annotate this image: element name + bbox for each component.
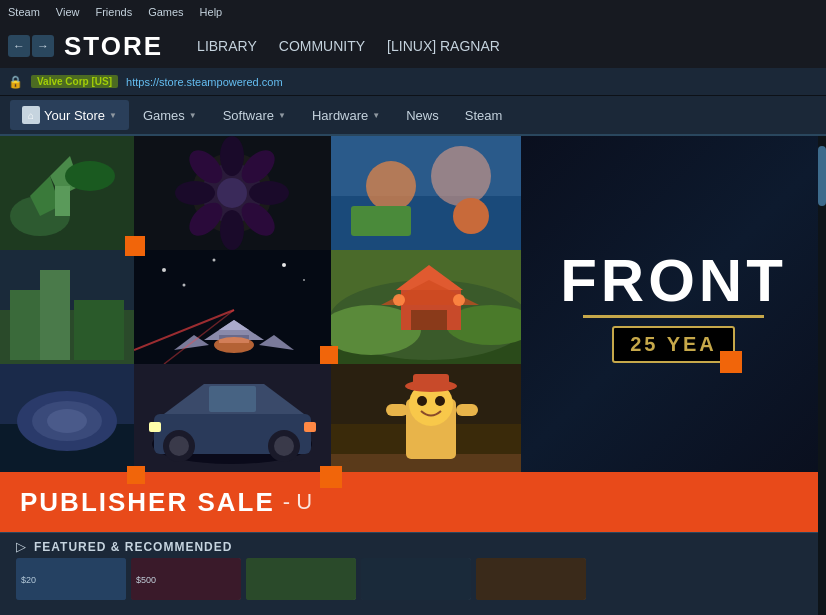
publisher-sale-suffix: - U — [283, 489, 312, 515]
svg-rect-67 — [411, 310, 447, 330]
svg-point-50 — [183, 284, 186, 287]
svg-point-46 — [162, 268, 166, 272]
nav-software[interactable]: Software ▼ — [211, 102, 298, 129]
svg-point-21 — [431, 146, 491, 206]
nav-arrows: ← → — [8, 35, 54, 57]
tile-1[interactable] — [0, 136, 134, 250]
tile-11[interactable] — [0, 364, 134, 478]
nav-community[interactable]: COMMUNITY — [269, 34, 375, 58]
store-badge: Valve Corp [US] — [31, 75, 118, 88]
svg-point-49 — [303, 279, 305, 281]
svg-point-9 — [220, 136, 244, 176]
orange-accent-3 — [720, 351, 742, 373]
your-store-label: Your Store — [44, 108, 105, 123]
address-bar: 🔒 Valve Corp [US] https://store.steampow… — [0, 68, 826, 96]
svg-rect-110 — [304, 422, 316, 432]
svg-point-119 — [417, 396, 427, 406]
svg-text:$500: $500 — [136, 575, 156, 585]
orange-accent-2 — [320, 346, 338, 364]
forward-button[interactable]: → — [32, 35, 54, 57]
games-chevron: ▼ — [189, 111, 197, 120]
lock-icon: 🔒 — [8, 75, 23, 89]
tile-12[interactable] — [134, 364, 331, 478]
software-label: Software — [223, 108, 274, 123]
svg-point-99 — [47, 409, 87, 433]
menu-friends[interactable]: Friends — [95, 6, 132, 18]
menu-view[interactable]: View — [56, 6, 80, 18]
svg-rect-111 — [149, 422, 161, 432]
svg-rect-144 — [246, 558, 356, 600]
frontier-logo-area: FRONT 25 YEA — [545, 236, 802, 378]
svg-rect-43 — [74, 300, 124, 360]
nav-links: LIBRARY COMMUNITY [LINUX] RAGNAR — [187, 34, 510, 58]
nav-games[interactable]: Games ▼ — [131, 102, 209, 129]
svg-point-48 — [282, 263, 286, 267]
nav-your-store[interactable]: ⌂ Your Store ▼ — [10, 100, 129, 130]
featured-card-4[interactable] — [361, 558, 471, 600]
menu-steam[interactable]: Steam — [8, 6, 40, 18]
back-button[interactable]: ← — [8, 35, 30, 57]
svg-point-20 — [366, 161, 416, 211]
svg-point-17 — [217, 178, 247, 208]
featured-card-5[interactable] — [476, 558, 586, 600]
store-home-icon: ⌂ — [22, 106, 40, 124]
tile-7[interactable] — [134, 250, 331, 364]
nav-hardware[interactable]: Hardware ▼ — [300, 102, 392, 129]
svg-point-47 — [213, 259, 216, 262]
svg-point-69 — [453, 294, 465, 306]
svg-rect-4 — [55, 186, 70, 216]
scroll-thumb[interactable] — [818, 146, 826, 206]
tile-8[interactable] — [331, 250, 528, 364]
featured-icon: ▷ — [16, 539, 26, 554]
svg-rect-141 — [16, 558, 126, 600]
tile-3[interactable] — [331, 136, 528, 250]
featured-cards: $20 $500 — [0, 558, 826, 600]
nav-news[interactable]: News — [394, 102, 451, 129]
svg-point-5 — [65, 161, 115, 191]
svg-point-15 — [175, 181, 215, 205]
featured-card-2[interactable]: $500 — [131, 558, 241, 600]
nav-library[interactable]: LIBRARY — [187, 34, 267, 58]
svg-point-11 — [249, 181, 289, 205]
store-nav: ⌂ Your Store ▼ Games ▼ Software ▼ Hardwa… — [0, 96, 826, 136]
featured-section: ▷ FEATURED & RECOMMENDED $20 $500 — [0, 532, 826, 615]
steam-label: Steam — [465, 108, 503, 123]
featured-card-3[interactable] — [246, 558, 356, 600]
svg-rect-118 — [413, 374, 449, 390]
menu-help[interactable]: Help — [200, 6, 223, 18]
featured-banner[interactable]: FRONT 25 YEA — [521, 136, 826, 478]
orange-accent-1 — [125, 236, 145, 256]
svg-point-13 — [220, 210, 244, 250]
years-badge: 25 YEA — [612, 326, 735, 363]
svg-point-107 — [169, 436, 189, 456]
news-label: News — [406, 108, 439, 123]
svg-point-54 — [214, 337, 254, 353]
scrollbar[interactable] — [818, 136, 826, 615]
nav-bar: ← → STORE LIBRARY COMMUNITY [LINUX] RAGN… — [0, 24, 826, 68]
svg-rect-105 — [209, 386, 256, 412]
nav-user[interactable]: [LINUX] RAGNAR — [377, 34, 510, 58]
tile-2[interactable] — [134, 136, 331, 250]
svg-point-68 — [393, 294, 405, 306]
software-chevron: ▼ — [278, 111, 286, 120]
svg-rect-145 — [361, 558, 471, 600]
svg-point-23 — [453, 198, 489, 234]
tile-13[interactable] — [331, 364, 528, 478]
publisher-sale-banner[interactable]: PUBLISHER SALE - U — [0, 472, 826, 532]
menu-games[interactable]: Games — [148, 6, 183, 18]
featured-card-1[interactable]: $20 — [16, 558, 126, 600]
orange-accent-5 — [320, 466, 342, 488]
store-logo[interactable]: STORE — [64, 31, 163, 62]
games-label: Games — [143, 108, 185, 123]
svg-point-109 — [274, 436, 294, 456]
menu-bar: Steam View Friends Games Help — [0, 0, 826, 24]
svg-rect-44 — [40, 270, 70, 360]
nav-steam[interactable]: Steam — [453, 102, 515, 129]
svg-rect-121 — [386, 404, 408, 416]
hardware-chevron: ▼ — [372, 111, 380, 120]
tile-6[interactable] — [0, 250, 134, 364]
your-store-chevron: ▼ — [109, 111, 117, 120]
url-text[interactable]: https://store.steampowered.com — [126, 76, 283, 88]
svg-rect-122 — [456, 404, 478, 416]
featured-title: FEATURED & RECOMMENDED — [34, 540, 232, 554]
